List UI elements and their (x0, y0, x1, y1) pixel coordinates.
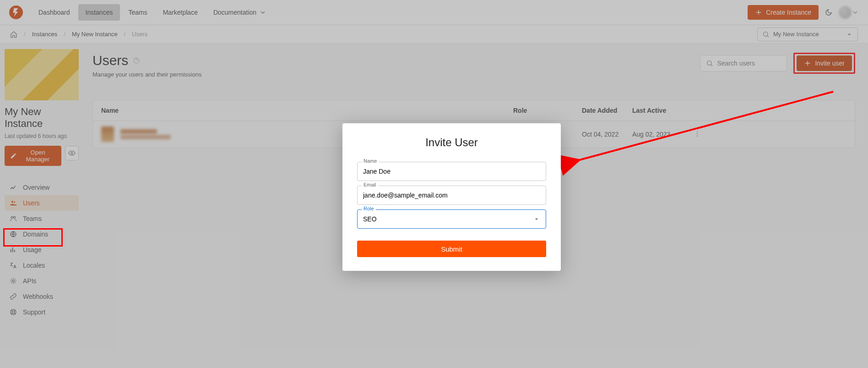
pencil-icon (10, 152, 17, 159)
svg-point-0 (764, 32, 768, 36)
page-title: Users (92, 53, 201, 68)
bar-chart-icon (9, 246, 17, 253)
sidebar-item-locales[interactable]: Locales (5, 258, 79, 273)
email-input[interactable] (357, 186, 546, 205)
api-icon (9, 277, 17, 285)
tab-documentation-label: Documentation (213, 9, 256, 16)
field-email: Email (357, 186, 546, 205)
open-manager-button[interactable]: Open Manager (5, 146, 61, 166)
th-role: Role (513, 107, 582, 114)
crumb-sep: / (24, 31, 26, 38)
invite-user-label: Invite user (815, 60, 845, 67)
invite-user-modal: Invite User Name Email Role SEO Submit (342, 123, 561, 271)
tab-teams[interactable]: Teams (121, 4, 154, 21)
name-input[interactable] (357, 162, 546, 181)
instance-selector[interactable]: My New Instance (757, 27, 858, 41)
crumb-instances[interactable]: Instances (32, 31, 58, 38)
sidebar-item-teams[interactable]: Teams (5, 211, 79, 226)
trend-icon (9, 184, 17, 191)
svg-point-12 (697, 131, 698, 132)
chevron-down-icon (259, 9, 266, 16)
dots-vertical-icon (694, 130, 701, 137)
table-header: Name Role Date Added Last Active (93, 100, 855, 121)
sidebar-item-label: Support (23, 308, 45, 316)
link-icon (9, 293, 17, 300)
theme-toggle[interactable] (825, 9, 832, 16)
sidebar-item-usage[interactable]: Usage (5, 242, 79, 258)
preview-button[interactable] (65, 146, 79, 160)
field-role: Role SEO (357, 209, 546, 229)
instance-thumbnail[interactable] (5, 49, 79, 100)
profile-menu[interactable] (839, 6, 859, 19)
invite-highlight: Invite user (793, 53, 855, 74)
page-title-text: Users (92, 53, 128, 68)
field-email-label: Email (362, 182, 378, 187)
svg-point-2 (11, 201, 13, 203)
sidebar-item-support[interactable]: Support (5, 304, 79, 320)
search-icon (762, 31, 770, 38)
svg-point-9 (12, 311, 14, 313)
nav-tabs: Dashboard Instances Teams Marketplace Do… (31, 4, 274, 21)
row-actions-menu[interactable] (683, 130, 701, 139)
svg-point-11 (707, 61, 711, 65)
field-role-label: Role (362, 206, 376, 211)
moon-icon (825, 9, 832, 16)
sidebar-item-label: Overview (23, 184, 49, 191)
th-name: Name (101, 107, 513, 114)
role-select[interactable]: SEO (357, 209, 546, 229)
sidebar: My New Instance Last updated 6 hours ago… (0, 44, 83, 368)
home-icon[interactable] (10, 31, 17, 38)
user-avatar (101, 126, 114, 142)
th-last-active: Last Active (632, 107, 683, 114)
sidebar-item-webhooks[interactable]: Webhooks (5, 289, 79, 304)
tab-documentation[interactable]: Documentation (206, 4, 274, 21)
create-instance-label: Create Instance (766, 9, 811, 16)
svg-point-4 (11, 216, 13, 218)
people-icon (9, 199, 17, 207)
menu-down-icon (846, 31, 853, 38)
breadcrumb-bar: / Instances / My New Instance / Users My… (0, 25, 868, 44)
instance-subtitle: Last updated 6 hours ago (5, 133, 79, 139)
sidebar-item-label: Locales (23, 262, 45, 269)
sidebar-item-overview[interactable]: Overview (5, 180, 79, 195)
page-subtitle: Manage your users and their permissions (92, 71, 201, 78)
sidebar-item-label: APIs (23, 277, 37, 285)
svg-point-13 (697, 133, 698, 134)
team-icon (9, 215, 17, 222)
sidebar-item-label: Domains (23, 231, 48, 238)
svg-point-7 (12, 280, 14, 282)
modal-title: Invite User (357, 136, 546, 149)
sidebar-nav: Overview Users Teams Domains Usage Local… (5, 180, 79, 320)
sidebar-item-label: Webhooks (23, 293, 53, 300)
search-users-input[interactable] (717, 60, 781, 67)
sidebar-item-domains[interactable]: Domains (5, 226, 79, 242)
submit-button[interactable]: Submit (357, 241, 546, 257)
sidebar-item-users[interactable]: Users (5, 195, 79, 211)
field-name: Name (357, 162, 546, 181)
invite-user-button[interactable]: Invite user (797, 55, 852, 71)
tab-dashboard[interactable]: Dashboard (31, 4, 77, 21)
sidebar-item-apis[interactable]: APIs (5, 273, 79, 289)
svg-point-3 (14, 201, 15, 203)
instance-title: My New Instance (5, 106, 79, 130)
globe-icon (9, 231, 17, 238)
brand-logo[interactable] (9, 5, 23, 19)
translate-icon (9, 262, 17, 269)
search-icon (706, 60, 713, 67)
tab-marketplace[interactable]: Marketplace (156, 4, 205, 21)
tab-instances[interactable]: Instances (78, 4, 120, 21)
crumb-current: Users (132, 31, 147, 38)
menu-down-icon (533, 215, 540, 223)
svg-point-5 (14, 216, 16, 218)
sidebar-item-label: Usage (23, 246, 41, 253)
search-users[interactable] (700, 55, 787, 71)
user-name-redacted (120, 129, 171, 139)
cell-last-active: Aug 02, 2023 (632, 131, 683, 138)
create-instance-button[interactable]: Create Instance (748, 5, 819, 20)
sidebar-item-label: Users (23, 199, 40, 207)
svg-point-1 (71, 152, 73, 154)
crumb-instance-name[interactable]: My New Instance (72, 31, 118, 38)
bolt-icon (11, 7, 21, 17)
chevron-down-icon (852, 9, 859, 16)
help-icon[interactable] (133, 57, 140, 64)
